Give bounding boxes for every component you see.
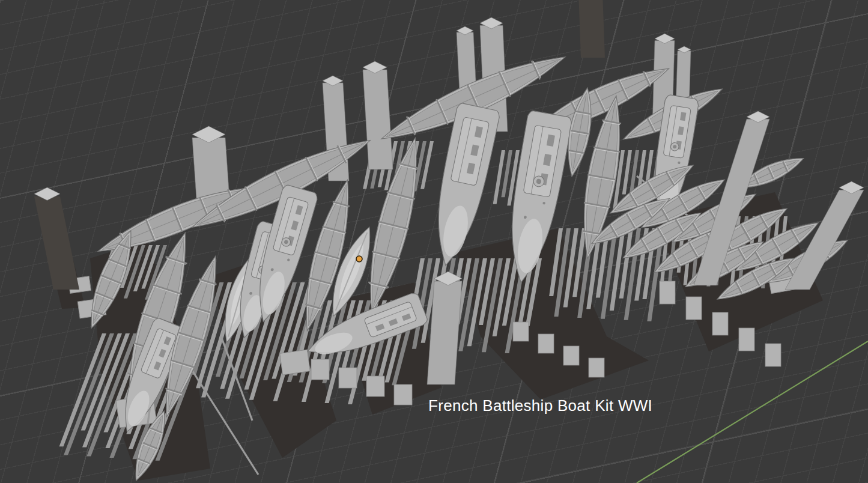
raft-tooth — [538, 334, 554, 353]
support-pillar[interactable] — [578, 0, 605, 58]
raft-tooth — [686, 297, 702, 320]
pillar-body — [34, 196, 79, 290]
pillar-body — [578, 0, 605, 58]
model-kit-caption: French Battleship Boat Kit WWI — [428, 396, 652, 415]
raft-tooth — [366, 376, 384, 396]
raft-tooth — [563, 346, 579, 365]
raft-tooth — [589, 358, 604, 377]
support-pillar[interactable] — [34, 187, 79, 290]
viewport-3d[interactable]: French Battleship Boat Kit WWI — [0, 0, 868, 483]
object-origin-dot[interactable] — [356, 256, 362, 262]
support-pillar[interactable] — [363, 61, 393, 169]
raft-tooth — [394, 384, 412, 405]
raft-tooth — [311, 359, 329, 380]
pillar-body — [363, 70, 393, 169]
raft-tooth — [660, 281, 675, 304]
base-plate-face — [280, 350, 311, 375]
raft-tooth — [765, 344, 781, 366]
raft-tooth — [513, 322, 529, 341]
raft-tooth — [712, 312, 728, 335]
base-plate — [280, 350, 311, 375]
y-axis-line — [637, 341, 868, 483]
raft-tooth — [739, 328, 754, 351]
raft-tooth — [339, 368, 357, 388]
